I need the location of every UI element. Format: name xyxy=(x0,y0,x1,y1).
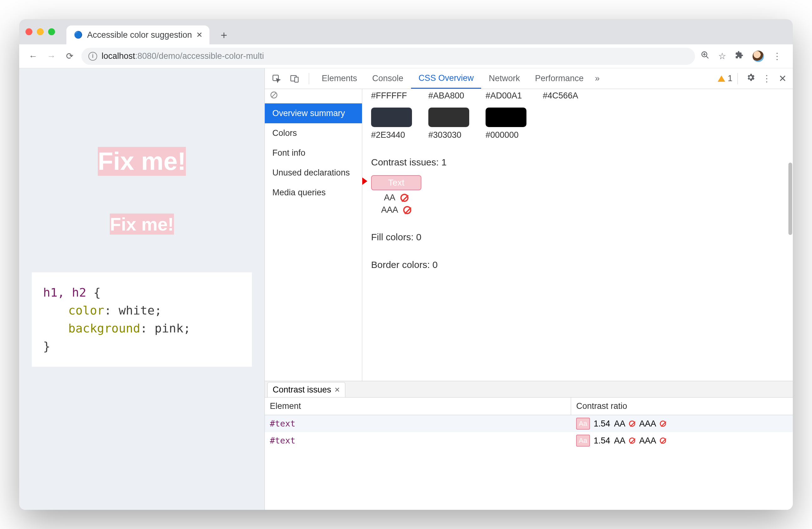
fill-colors-heading: Fill colors: 0 xyxy=(371,232,784,242)
devtools-tab-network[interactable]: Network xyxy=(481,68,527,89)
back-button[interactable]: ← xyxy=(27,50,39,62)
contrast-aaa-label: AAA xyxy=(381,205,398,215)
warning-icon xyxy=(717,75,725,82)
contrast-issues-heading: Contrast issues: 1 xyxy=(371,157,784,168)
devtools: Elements Console CSS Overview Network Pe… xyxy=(264,68,793,510)
code-val-bg: pink xyxy=(155,321,184,335)
aaa-label: AAA xyxy=(639,436,656,446)
devtools-warnings-badge[interactable]: 1 xyxy=(717,74,733,83)
address-bar[interactable]: i localhost:8080/demo/accessible-color-m… xyxy=(82,48,695,65)
bookmark-star-icon[interactable]: ☆ xyxy=(718,51,726,61)
drawer-tab-contrast-issues[interactable]: Contrast issues ✕ xyxy=(267,382,345,397)
url-path: /demo/accessible-color-multi xyxy=(156,51,264,61)
devtools-toolbar: Elements Console CSS Overview Network Pe… xyxy=(265,68,793,89)
forward-button[interactable]: → xyxy=(45,50,58,62)
aa-label: AA xyxy=(614,436,625,446)
site-info-icon[interactable]: i xyxy=(88,52,97,61)
fail-icon xyxy=(660,438,666,444)
contrast-ratio-value: 1.54 xyxy=(594,419,610,429)
toolbar: ← → ⟳ i localhost:8080/demo/accessible-c… xyxy=(19,44,793,68)
devtools-tab-performance[interactable]: Performance xyxy=(527,68,591,89)
page-viewport: Fix me! Fix me! h1, h2 { color: white; b… xyxy=(19,68,264,510)
devtools-more-tabs-icon[interactable]: » xyxy=(591,74,604,83)
color-swatch[interactable]: #2E3440 xyxy=(371,108,412,140)
profile-avatar[interactable] xyxy=(753,51,764,62)
table-header-contrast-ratio[interactable]: Contrast ratio xyxy=(571,398,793,415)
css-overview-main: #FFFFFF #ABA800 #AD00A1 #4C566A #2E3440#… xyxy=(362,89,793,381)
warning-count: 1 xyxy=(728,74,733,83)
element-link[interactable]: #text xyxy=(270,435,295,445)
color-swatch-row: #2E3440#303030#000000 xyxy=(371,108,784,140)
inspect-element-icon[interactable] xyxy=(267,68,286,89)
sidebar-item-font-info[interactable]: Font info xyxy=(265,143,362,163)
contrast-issue-item[interactable]: Text AA AAA xyxy=(371,175,421,215)
sidebar-item-colors[interactable]: Colors xyxy=(265,123,362,143)
border-colors-heading: Border colors: 0 xyxy=(371,259,784,270)
code-snippet: h1, h2 { color: white; background: pink;… xyxy=(32,272,252,367)
contrast-swatch-icon: Aa xyxy=(576,418,590,430)
tab-strip: 🔵 Accessible color suggestion ✕ ＋ xyxy=(19,19,793,44)
contrast-sample-badge: Text xyxy=(371,175,421,190)
svg-line-1 xyxy=(706,56,709,58)
contrast-ratio-value: 1.54 xyxy=(594,436,610,446)
close-window-button[interactable] xyxy=(26,28,32,35)
devtools-tab-console[interactable]: Console xyxy=(365,68,411,89)
table-row[interactable]: #textAa1.54AAAAA xyxy=(265,415,793,432)
zoom-icon[interactable] xyxy=(701,51,710,62)
browser-tab[interactable]: 🔵 Accessible color suggestion ✕ xyxy=(66,26,209,44)
drawer-tab-label: Contrast issues xyxy=(273,385,331,395)
table-row[interactable]: #textAa1.54AAAAA xyxy=(265,432,793,449)
devtools-close-icon[interactable]: ✕ xyxy=(775,73,790,84)
contrast-aa-label: AA xyxy=(384,193,395,202)
annotation-arrow-icon xyxy=(362,173,367,188)
devtools-tab-css-overview[interactable]: CSS Overview xyxy=(411,68,481,89)
devtools-menu-kebab-icon[interactable]: ⋮ xyxy=(758,73,775,84)
swatch-box xyxy=(485,108,526,127)
color-label: #FFFFFF xyxy=(371,91,412,101)
url-port: :8080 xyxy=(135,51,157,61)
aaa-label: AAA xyxy=(639,419,656,429)
minimize-window-button[interactable] xyxy=(37,28,44,35)
devtools-tab-elements[interactable]: Elements xyxy=(314,68,365,89)
aa-label: AA xyxy=(614,419,625,429)
close-drawer-tab-icon[interactable]: ✕ xyxy=(334,386,340,394)
fail-icon xyxy=(660,420,666,427)
code-selector: h1, h2 xyxy=(43,286,86,299)
new-tab-button[interactable]: ＋ xyxy=(215,26,233,44)
clear-overview-icon[interactable] xyxy=(270,91,278,101)
code-val-color: white xyxy=(119,303,155,317)
favicon-icon: 🔵 xyxy=(73,30,83,40)
url-host: localhost xyxy=(102,51,135,61)
color-swatch[interactable]: #303030 xyxy=(428,108,469,140)
fail-icon xyxy=(400,194,408,202)
swatch-label: #303030 xyxy=(428,130,469,140)
svg-rect-6 xyxy=(295,77,298,82)
contrast-swatch-icon: Aa xyxy=(576,435,590,447)
window-controls[interactable] xyxy=(26,19,55,44)
extensions-icon[interactable] xyxy=(735,51,744,62)
color-row-labels: #FFFFFF #ABA800 #AD00A1 #4C566A xyxy=(371,91,784,101)
css-overview-sidebar: Overview summary Colors Font info Unused… xyxy=(265,89,362,381)
sidebar-item-media-queries[interactable]: Media queries xyxy=(265,183,362,202)
device-toggle-icon[interactable] xyxy=(286,68,304,89)
element-link[interactable]: #text xyxy=(270,419,295,428)
page-heading-2: Fix me! xyxy=(110,214,174,234)
browser-menu-kebab-icon[interactable]: ⋮ xyxy=(773,51,782,61)
table-header-element[interactable]: Element xyxy=(265,398,571,415)
tab-title: Accessible color suggestion xyxy=(87,30,192,40)
color-label: #ABA800 xyxy=(428,91,469,101)
fail-icon xyxy=(403,206,411,214)
color-label: #AD00A1 xyxy=(485,91,526,101)
fail-icon xyxy=(629,438,635,444)
devtools-settings-icon[interactable] xyxy=(743,73,758,84)
sidebar-item-unused-declarations[interactable]: Unused declarations xyxy=(265,163,362,183)
color-label: #4C566A xyxy=(543,91,584,101)
contrast-issues-table: Element Contrast ratio #textAa1.54AAAAA#… xyxy=(265,398,793,510)
fail-icon xyxy=(629,420,635,427)
svg-line-8 xyxy=(272,93,276,97)
sidebar-item-overview-summary[interactable]: Overview summary xyxy=(265,103,362,123)
color-swatch[interactable]: #000000 xyxy=(485,108,526,140)
close-tab-icon[interactable]: ✕ xyxy=(196,30,203,39)
reload-button[interactable]: ⟳ xyxy=(63,50,76,62)
fullscreen-window-button[interactable] xyxy=(48,28,55,35)
